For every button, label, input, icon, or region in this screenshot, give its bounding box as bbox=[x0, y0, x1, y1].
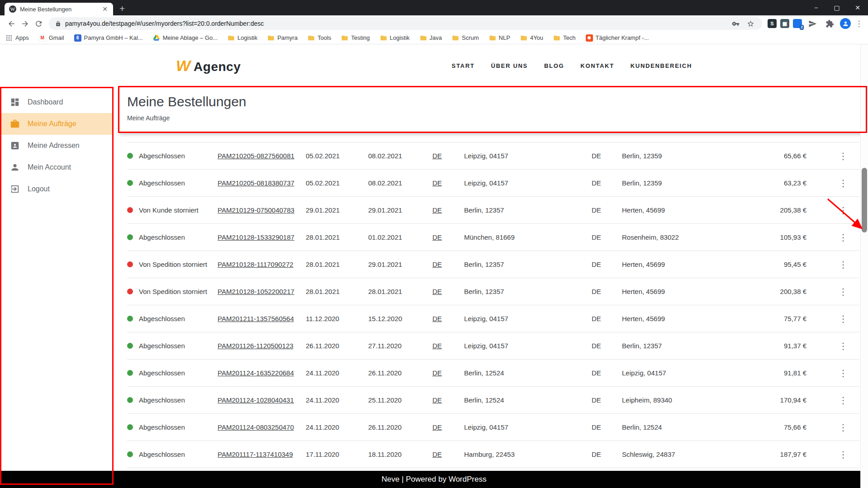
to-country: DE bbox=[592, 233, 622, 241]
row-menu-icon[interactable]: ⋮ bbox=[806, 422, 859, 433]
site-logo[interactable]: W Agency bbox=[176, 57, 241, 75]
bookmark-item[interactable]: Scrum bbox=[452, 34, 479, 42]
from-country-link[interactable]: DE bbox=[432, 288, 464, 295]
extension-grid-icon[interactable]: ▦ bbox=[780, 19, 789, 28]
order-number-link[interactable]: PAM210128-1052200217 bbox=[218, 288, 306, 295]
from-country-link[interactable]: DE bbox=[432, 423, 464, 431]
sidebar-item-label: Dashboard bbox=[28, 98, 63, 106]
drive-icon bbox=[153, 34, 160, 42]
bookmark-item[interactable]: Tech bbox=[553, 34, 575, 42]
order-number-link[interactable]: PAM210129-0750040783 bbox=[218, 206, 306, 214]
bookmark-star-icon[interactable] bbox=[745, 18, 756, 29]
bookmark-item[interactable]: Tools bbox=[308, 34, 331, 42]
window-close-icon[interactable]: ✕ bbox=[847, 0, 868, 15]
from-country-link[interactable]: DE bbox=[432, 315, 464, 322]
key-icon[interactable] bbox=[730, 18, 741, 29]
from-country-link[interactable]: DE bbox=[432, 342, 464, 350]
table-row: AbgeschlossenPAM201124-102804043124.11.2… bbox=[127, 387, 859, 414]
order-number-link[interactable]: PAM201124-1028040431 bbox=[218, 396, 306, 404]
row-menu-icon[interactable]: ⋮ bbox=[806, 286, 859, 297]
bookmark-item[interactable]: 4You bbox=[520, 34, 543, 42]
extension-send-icon[interactable] bbox=[806, 17, 819, 30]
row-menu-icon[interactable]: ⋮ bbox=[806, 395, 859, 406]
scrollbar-thumb[interactable] bbox=[862, 168, 867, 232]
puzzle-icon[interactable] bbox=[823, 17, 836, 30]
bookmark-item[interactable]: MGmail bbox=[39, 34, 64, 42]
order-number-link[interactable]: PAM201126-1120500123 bbox=[218, 342, 306, 350]
bookmark-item[interactable]: Täglicher Krampf -... bbox=[586, 34, 649, 42]
bookmark-item[interactable]: Testing bbox=[341, 34, 370, 42]
order-number-link[interactable]: PAM201124-1635220684 bbox=[218, 369, 306, 377]
sidebar-item-mein-account[interactable]: Mein Account bbox=[0, 156, 114, 178]
browser-tab[interactable]: W Meine Bestellungen ✕ bbox=[5, 3, 113, 15]
pickup-date: 05.02.2021 bbox=[306, 152, 368, 160]
from-country-link[interactable]: DE bbox=[432, 152, 464, 160]
window-maximize-icon[interactable]: ▢ bbox=[826, 0, 847, 15]
window-minimize-icon[interactable]: − bbox=[806, 0, 826, 15]
extension-blue-icon[interactable]: 2 bbox=[793, 19, 802, 28]
from-country-link[interactable]: DE bbox=[432, 206, 464, 214]
from-country-link[interactable]: DE bbox=[432, 179, 464, 187]
nav-link-kontakt[interactable]: KONTAKT bbox=[580, 62, 614, 69]
row-menu-icon[interactable]: ⋮ bbox=[806, 178, 859, 189]
bookmark-item[interactable]: NLP bbox=[489, 34, 510, 42]
url-bar[interactable]: pamyra4you.de/testpage/#/user/myorders?l… bbox=[49, 17, 762, 30]
footer-credit-link[interactable]: Neve | Powered by WordPress bbox=[382, 475, 487, 484]
nav-link-start[interactable]: START bbox=[452, 62, 475, 69]
site-header: W Agency STARTÜBER UNSBLOGKONTAKTKUNDENB… bbox=[0, 44, 868, 87]
table-row: AbgeschlossenPAM201124-080325047024.11.2… bbox=[127, 414, 859, 441]
browser-menu-icon[interactable]: ⋮ bbox=[854, 19, 863, 28]
to-city: Herten, 45699 bbox=[622, 261, 770, 268]
order-price: 170,94 € bbox=[770, 396, 806, 404]
back-icon[interactable] bbox=[5, 17, 18, 30]
sidebar-item-meine-adressen[interactable]: Meine Adressen bbox=[0, 135, 114, 156]
tab-close-icon[interactable]: ✕ bbox=[101, 5, 109, 13]
new-tab-icon[interactable]: + bbox=[119, 4, 125, 13]
row-menu-icon[interactable]: ⋮ bbox=[806, 368, 859, 379]
delivery-date: 01.02.2021 bbox=[368, 233, 432, 241]
bookmark-item[interactable]: Logistik bbox=[380, 34, 410, 42]
from-country-link[interactable]: DE bbox=[432, 233, 464, 241]
forward-icon[interactable] bbox=[18, 17, 32, 30]
from-country-link[interactable]: DE bbox=[432, 450, 464, 458]
order-number-link[interactable]: PAM210128-1117090272 bbox=[218, 261, 306, 268]
row-menu-icon[interactable]: ⋮ bbox=[806, 151, 859, 161]
from-country-link[interactable]: DE bbox=[432, 369, 464, 377]
page-scrollbar[interactable] bbox=[860, 44, 868, 488]
row-menu-icon[interactable]: ⋮ bbox=[806, 313, 859, 324]
from-country-link[interactable]: DE bbox=[432, 261, 464, 268]
nav-link-blog[interactable]: BLOG bbox=[544, 62, 564, 69]
order-number-link[interactable]: PAM201117-1137410349 bbox=[218, 450, 306, 458]
order-number-link[interactable]: PAM210205-0818380737 bbox=[218, 179, 306, 187]
nav-link-kundenbereich[interactable]: KUNDENBEREICH bbox=[631, 62, 692, 69]
order-price: 205,38 € bbox=[770, 206, 806, 214]
sidebar-item-logout[interactable]: Logout bbox=[0, 178, 114, 200]
extension-s-icon[interactable]: S bbox=[768, 19, 777, 28]
table-row: AbgeschlossenPAM201124-163522068424.11.2… bbox=[127, 360, 859, 387]
order-number-link[interactable]: PAM210205-0827560081 bbox=[218, 152, 306, 160]
row-menu-icon[interactable]: ⋮ bbox=[806, 232, 859, 243]
from-country-link[interactable]: DE bbox=[432, 396, 464, 404]
nav-link--ber-uns[interactable]: ÜBER UNS bbox=[491, 62, 528, 69]
bookmark-item[interactable]: Java bbox=[420, 34, 442, 42]
bookmark-item[interactable]: Pamyra bbox=[267, 34, 298, 42]
order-status: Abgeschlossen bbox=[127, 315, 218, 322]
row-menu-icon[interactable]: ⋮ bbox=[806, 205, 859, 216]
order-number-link[interactable]: PAM210128-1533290187 bbox=[218, 233, 306, 241]
pickup-date: 28.01.2021 bbox=[306, 261, 368, 268]
from-city: Berlin, 12524 bbox=[464, 396, 592, 404]
bookmark-item[interactable]: Meine Ablage – Go... bbox=[153, 34, 218, 42]
bookmark-item[interactable]: Apps bbox=[5, 34, 29, 42]
order-status: Abgeschlossen bbox=[127, 233, 218, 241]
sidebar-item-dashboard[interactable]: Dashboard bbox=[0, 91, 114, 113]
profile-avatar[interactable] bbox=[840, 18, 851, 29]
row-menu-icon[interactable]: ⋮ bbox=[806, 449, 859, 460]
row-menu-icon[interactable]: ⋮ bbox=[806, 341, 859, 351]
bookmark-item[interactable]: Logistik bbox=[228, 34, 257, 42]
row-menu-icon[interactable]: ⋮ bbox=[806, 259, 859, 270]
sidebar-item-meine-auftr-ge[interactable]: Meine Aufträge bbox=[0, 113, 114, 135]
order-number-link[interactable]: PAM201211-1357560564 bbox=[218, 315, 306, 322]
order-number-link[interactable]: PAM201124-0803250470 bbox=[218, 423, 306, 431]
bookmark-item[interactable]: 8Pamyra GmbH – Kal... bbox=[74, 34, 143, 42]
reload-icon[interactable] bbox=[32, 17, 45, 30]
